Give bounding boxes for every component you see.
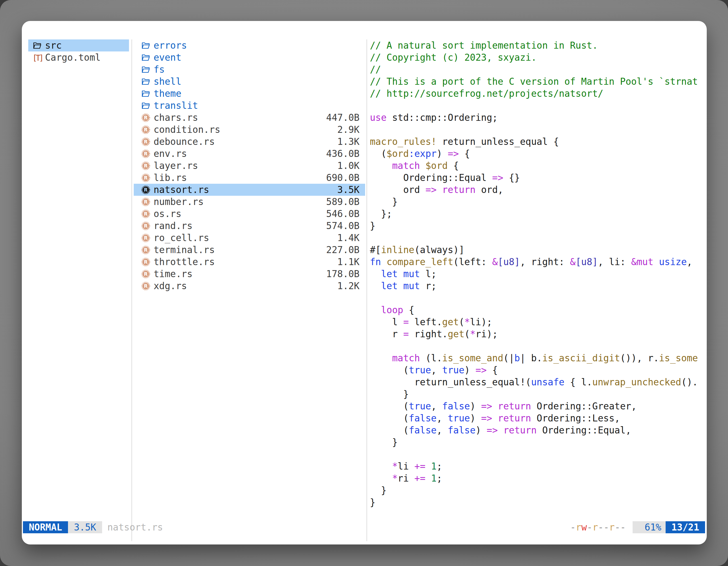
code-line: let mut r; <box>370 280 705 292</box>
folder-open-icon <box>141 101 151 110</box>
permissions-text: -rw-r--r-- <box>570 522 626 533</box>
file-name-label: time.rs <box>154 269 192 280</box>
status-file-name: natsort.rs <box>107 522 163 533</box>
code-line: } <box>370 496 705 508</box>
file-name-label: ro_cell.rs <box>154 233 209 243</box>
svg-text:R: R <box>144 223 147 229</box>
file-size-label: 1.0K <box>337 160 360 171</box>
code-line: ($ord:expr) => { <box>370 148 705 160</box>
code-line: // A natural sort implementation in Rust… <box>370 39 705 51</box>
svg-text:R: R <box>144 151 147 156</box>
code-line: (true, false) => return Ordering::Greate… <box>370 400 705 412</box>
mode-badge: NORMAL <box>23 521 68 533</box>
rust-file-icon: R <box>141 186 151 194</box>
code-line: } <box>370 388 705 400</box>
svg-text:R: R <box>144 199 147 205</box>
code-line: let mut l; <box>370 268 705 280</box>
current-dir-row[interactable]: errors <box>134 39 365 51</box>
svg-text:R: R <box>144 115 147 120</box>
file-size-label: 227.0B <box>326 245 360 255</box>
svg-text:R: R <box>144 259 147 265</box>
folder-open-icon <box>141 65 151 74</box>
code-line: use std::cmp::Ordering; <box>370 112 705 124</box>
file-size-label: 2.9K <box>337 124 360 135</box>
current-file-row[interactable]: Rro_cell.rs1.4K <box>134 232 365 244</box>
file-manager-window: src[T]Cargo.toml errorseventfsshelltheme… <box>22 21 707 544</box>
folder-open-icon <box>141 89 151 98</box>
current-file-row[interactable]: Rrand.rs574.0B <box>134 220 365 232</box>
rust-file-icon: R <box>141 137 151 146</box>
file-size-label: 178.0B <box>326 269 360 280</box>
svg-text:R: R <box>144 127 147 132</box>
code-line: return_unless_equal!(unsafe { l.unwrap_u… <box>370 376 705 388</box>
file-name-label: src <box>45 40 62 51</box>
file-size-label: 546.0B <box>326 208 360 219</box>
file-name-label: translit <box>154 100 198 111</box>
svg-text:R: R <box>144 175 147 180</box>
file-size-label: 436.0B <box>326 148 360 159</box>
current-file-row[interactable]: Rthrottle.rs1.1K <box>134 256 365 268</box>
code-line <box>370 340 705 352</box>
current-file-row[interactable]: Rnatsort.rs3.5K <box>134 184 365 196</box>
current-file-row[interactable]: Rnumber.rs589.0B <box>134 196 365 208</box>
parent-dir-row[interactable]: src <box>28 39 129 51</box>
current-file-row[interactable]: Ros.rs546.0B <box>134 208 365 220</box>
cursor-position-badge: 13/21 <box>666 521 705 533</box>
current-file-row[interactable]: Rcondition.rs2.9K <box>134 124 365 136</box>
file-name-label: theme <box>154 88 181 99</box>
code-line <box>370 292 705 304</box>
file-name-label: rand.rs <box>154 220 192 231</box>
current-file-row[interactable]: Rxdg.rs1.2K <box>134 280 365 292</box>
code-line: // <box>370 64 705 76</box>
rust-file-icon: R <box>141 113 151 122</box>
current-file-row[interactable]: Rchars.rs447.0B <box>134 112 365 124</box>
current-dir-row[interactable]: fs <box>134 64 365 76</box>
current-file-row[interactable]: Rdebounce.rs1.3K <box>134 136 365 148</box>
file-name-label: condition.rs <box>154 124 220 135</box>
file-size-label: 1.1K <box>337 257 360 267</box>
file-name-label: Cargo.toml <box>45 52 101 63</box>
code-line <box>370 448 705 460</box>
code-line: } <box>370 220 705 232</box>
parent-directory-pane: src[T]Cargo.toml <box>28 39 129 64</box>
current-file-row[interactable]: Rlayer.rs1.0K <box>134 160 365 172</box>
code-line: l = left.get(*li); <box>370 316 705 328</box>
current-dir-row[interactable]: theme <box>134 88 365 100</box>
file-name-label: natsort.rs <box>154 184 209 195</box>
current-directory-pane: errorseventfsshellthemetranslitRchars.rs… <box>134 39 365 292</box>
file-name-label: throttle.rs <box>154 257 215 267</box>
rust-file-icon: R <box>141 125 151 134</box>
file-preview-pane: // A natural sort implementation in Rust… <box>370 39 705 520</box>
rust-file-icon: R <box>141 161 151 170</box>
file-size-label: 1.4K <box>337 233 360 243</box>
file-name-label: errors <box>154 40 187 51</box>
parent-file-row[interactable]: [T]Cargo.toml <box>28 51 129 64</box>
file-size-label: 589.0B <box>326 196 360 207</box>
folder-open-icon <box>141 77 151 86</box>
code-line <box>370 100 705 112</box>
file-name-label: layer.rs <box>154 160 198 171</box>
current-file-row[interactable]: Rlib.rs690.0B <box>134 172 365 184</box>
current-file-row[interactable]: Rterminal.rs227.0B <box>134 244 365 256</box>
current-dir-row[interactable]: shell <box>134 76 365 88</box>
rust-file-icon: R <box>141 270 151 279</box>
code-line: *ri += 1; <box>370 472 705 484</box>
current-dir-row[interactable]: translit <box>134 100 365 112</box>
rust-file-icon: R <box>141 198 151 206</box>
code-line: } <box>370 484 705 496</box>
rust-file-icon: R <box>141 149 151 158</box>
current-file-row[interactable]: Rtime.rs178.0B <box>134 268 365 280</box>
folder-open-icon <box>141 41 151 50</box>
current-dir-row[interactable]: event <box>134 51 365 64</box>
file-name-label: xdg.rs <box>154 281 187 291</box>
file-name-label: chars.rs <box>154 112 198 123</box>
svg-text:R: R <box>144 139 147 144</box>
svg-text:R: R <box>144 211 147 217</box>
desktop-background: src[T]Cargo.toml errorseventfsshelltheme… <box>0 0 728 566</box>
svg-text:R: R <box>144 283 147 288</box>
rust-file-icon: R <box>141 173 151 182</box>
rust-file-icon: R <box>141 234 151 243</box>
current-file-row[interactable]: Renv.rs436.0B <box>134 148 365 160</box>
rust-file-icon: R <box>141 258 151 267</box>
file-name-label: env.rs <box>154 148 187 159</box>
